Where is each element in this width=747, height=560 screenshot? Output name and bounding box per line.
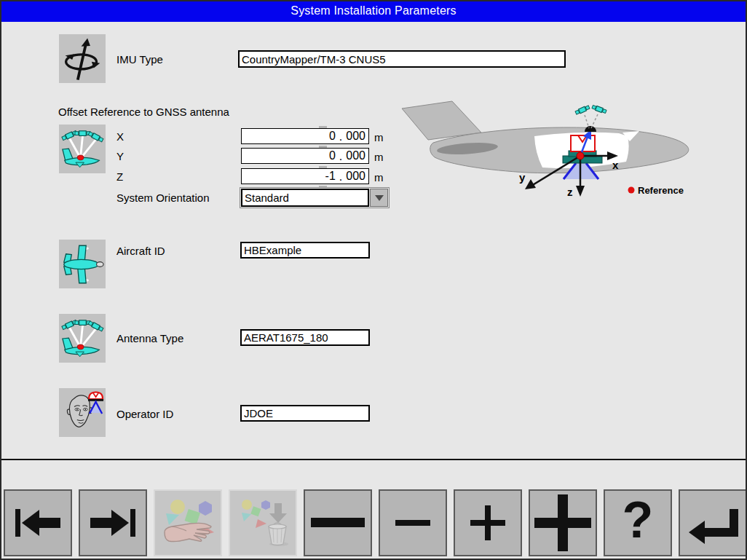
offset-y-label: Y: [116, 150, 124, 162]
reference-point-dot: [577, 152, 584, 159]
axis-x-label: x: [612, 159, 619, 171]
delete-objects-button[interactable]: [229, 489, 297, 556]
toolbar-separator: [0, 459, 747, 460]
satellite-icon: [575, 105, 590, 115]
plus-icon: [469, 504, 507, 542]
antenna-type-input[interactable]: [240, 329, 370, 346]
arrow-right-bar-icon: [89, 505, 137, 540]
window-border: [0, 0, 747, 560]
aircraft-id-label: Aircraft ID: [116, 245, 165, 257]
title-bar: System Installation Parameters: [0, 0, 747, 22]
antenna-satellites-icon: [59, 314, 106, 363]
y-int: 0: [329, 149, 336, 162]
last-record-button[interactable]: [79, 489, 147, 556]
z-decimal-sep: .: [339, 170, 342, 184]
first-record-button[interactable]: [4, 489, 72, 556]
y-decimal-sep: .: [339, 150, 342, 163]
satellite-icon: [592, 105, 607, 114]
gnss-offset-icon-art: [60, 126, 104, 173]
y-frac: 000: [346, 149, 365, 162]
offset-x-input[interactable]: 0 . 000: [241, 128, 369, 144]
x-frac: 000: [346, 130, 365, 143]
axis-y-label: y: [519, 171, 526, 184]
offset-x-unit: m: [374, 131, 384, 143]
enter-return-icon: [684, 500, 741, 545]
antenna-satellites-icon-art: [60, 315, 104, 362]
reference-legend-label: Reference: [638, 185, 684, 196]
offset-z-input[interactable]: -1 . 000: [241, 168, 369, 184]
offset-x-label: X: [116, 130, 124, 143]
imu-rotation-icon: [59, 34, 106, 83]
chevron-down-icon: [375, 195, 384, 201]
increase-button[interactable]: [454, 489, 522, 556]
gnss-antenna-dome: [585, 126, 596, 132]
pick-objects-button[interactable]: [154, 489, 222, 556]
plus-thick-icon: [534, 494, 591, 551]
question-mark-icon: ?: [622, 494, 654, 545]
antenna-type-label: Antenna Type: [116, 332, 183, 344]
imu-type-label: IMU Type: [116, 53, 163, 66]
z-frac: 000: [346, 170, 365, 183]
imu-type-input[interactable]: [238, 50, 566, 68]
operator-face-icon: [59, 388, 106, 437]
z-int: -1: [325, 170, 336, 183]
operator-id-label: Operator ID: [116, 408, 173, 420]
offset-y-unit: m: [374, 151, 384, 163]
reference-legend-dot: [628, 187, 635, 194]
window-title: System Installation Parameters: [290, 4, 456, 17]
system-orientation-dropdown-button[interactable]: [370, 189, 388, 207]
axis-z-label: z: [567, 186, 573, 198]
minus-thick-icon: [310, 516, 365, 529]
offset-z-label: Z: [116, 170, 123, 183]
system-orientation-select[interactable]: Standard: [240, 187, 390, 208]
hand-shapes-icon: [162, 499, 214, 547]
aircraft-top-view-icon-art: [60, 241, 104, 288]
system-orientation-label: System Orientation: [116, 192, 210, 204]
offset-y-input[interactable]: 0 . 000: [241, 148, 369, 164]
increase-large-button[interactable]: [529, 489, 597, 556]
aircraft-top-view-icon: [59, 240, 106, 288]
imu-rotation-icon-art: [60, 36, 104, 82]
gnss-offset-icon: [59, 125, 106, 173]
x-decimal-sep: .: [339, 130, 342, 143]
enter-button[interactable]: [679, 489, 747, 556]
offset-z-unit: m: [374, 171, 384, 184]
aircraft-offset-diagram: x y z Reference: [397, 95, 739, 210]
x-int: 0: [329, 130, 336, 143]
minus-icon: [394, 518, 432, 527]
decrease-button[interactable]: [379, 489, 447, 556]
operator-id-input[interactable]: [240, 405, 370, 422]
operator-face-icon-art: [60, 390, 104, 436]
aircraft-id-input[interactable]: [240, 242, 370, 259]
trash-shapes-icon: [237, 499, 289, 547]
system-orientation-value: Standard: [241, 189, 369, 207]
arrow-left-bar-icon: [14, 505, 62, 540]
help-button[interactable]: ?: [604, 489, 672, 556]
offset-section-heading: Offset Reference to GNSS antenna: [58, 106, 229, 118]
decrease-large-button[interactable]: [304, 489, 372, 556]
